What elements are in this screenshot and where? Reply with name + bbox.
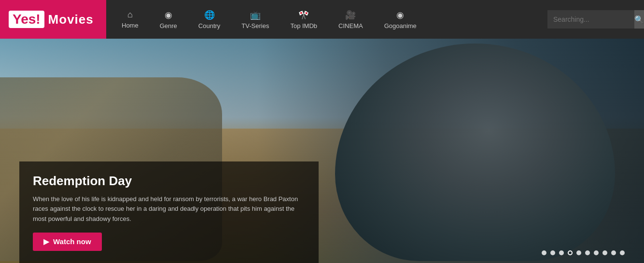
search-input[interactable] xyxy=(547,10,634,29)
nav-label-gogoanime: Gogoanime xyxy=(384,22,417,29)
logo-yes-text: Yes! xyxy=(13,12,41,27)
carousel-dot-8[interactable] xyxy=(602,250,607,255)
watch-now-button[interactable]: ▶ Watch now xyxy=(33,233,102,251)
nav-label-genre: Genre xyxy=(160,22,177,29)
carousel-dot-2[interactable] xyxy=(550,250,555,255)
main-nav: ⌂ Home ◉ Genre 🌐 Country 📺 TV-Series 🎌 T… xyxy=(106,0,547,39)
nav-item-genre[interactable]: ◉ Genre xyxy=(149,0,188,39)
logo-movies-text: Movies xyxy=(48,12,94,27)
carousel-dot-5[interactable] xyxy=(576,250,581,255)
hero-info-overlay: Redemption Day When the love of his life… xyxy=(19,161,319,263)
carousel-dot-10[interactable] xyxy=(620,250,625,255)
movie-title: Redemption Day xyxy=(33,174,305,189)
carousel-dot-9[interactable] xyxy=(611,250,616,255)
carousel-dot-6[interactable] xyxy=(585,250,590,255)
watch-now-label: Watch now xyxy=(53,237,91,246)
search-bar: 🔍 xyxy=(547,10,644,29)
nav-label-tv-series: TV-Series xyxy=(241,22,269,29)
nav-label-cinema: CINEMA xyxy=(338,22,363,29)
gogoanime-icon: ◉ xyxy=(396,10,404,20)
search-icon: 🔍 xyxy=(634,15,644,24)
nav-label-home: Home xyxy=(122,22,139,29)
cinema-icon: 🎥 xyxy=(345,10,356,20)
carousel-dots xyxy=(542,250,625,255)
top-imdb-icon: 🎌 xyxy=(298,10,309,20)
nav-label-top-imdb: Top IMDb xyxy=(290,22,317,29)
home-icon: ⌂ xyxy=(127,10,133,20)
carousel-dot-1[interactable] xyxy=(542,250,546,255)
search-button[interactable]: 🔍 xyxy=(634,10,644,29)
nav-item-top-imdb[interactable]: 🎌 Top IMDb xyxy=(280,0,328,39)
carousel-dot-7[interactable] xyxy=(594,250,599,255)
hero-banner: Redemption Day When the love of his life… xyxy=(0,39,644,263)
nav-item-home[interactable]: ⌂ Home xyxy=(111,0,149,39)
nav-item-gogoanime[interactable]: ◉ Gogoanime xyxy=(374,0,427,39)
nav-item-cinema[interactable]: 🎥 CINEMA xyxy=(328,0,374,39)
tv-icon: 📺 xyxy=(250,10,261,20)
carousel-dot-3[interactable] xyxy=(559,250,564,255)
play-icon: ▶ xyxy=(43,237,49,246)
genre-icon: ◉ xyxy=(165,10,172,20)
movie-description: When the love of his life is kidnapped a… xyxy=(33,194,305,223)
nav-item-tv-series[interactable]: 📺 TV-Series xyxy=(231,0,280,39)
header: Yes! Movies ⌂ Home ◉ Genre 🌐 Country 📺 T… xyxy=(0,0,644,39)
country-icon: 🌐 xyxy=(204,10,215,20)
nav-item-country[interactable]: 🌐 Country xyxy=(188,0,231,39)
logo-yes-badge: Yes! xyxy=(9,11,44,28)
logo[interactable]: Yes! Movies xyxy=(0,0,106,39)
nav-label-country: Country xyxy=(198,22,221,29)
carousel-dot-4[interactable] xyxy=(568,250,573,255)
